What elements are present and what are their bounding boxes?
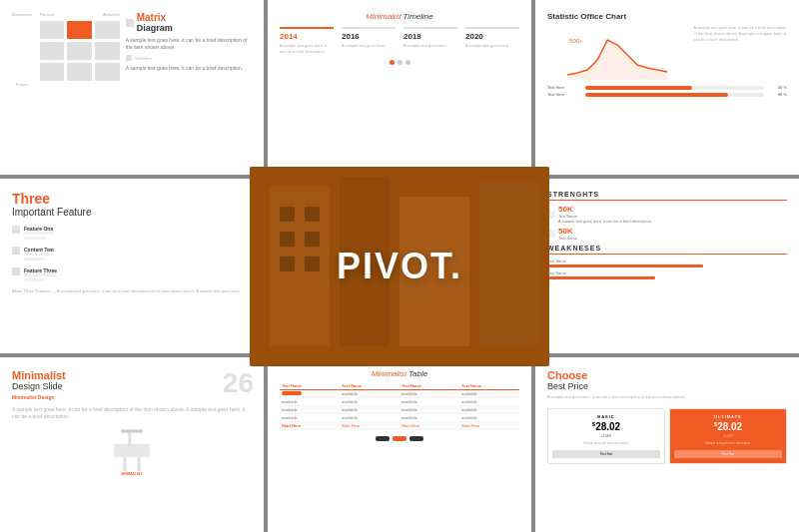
table-title-main: Table — [408, 369, 427, 378]
price-card-ultimate: ULTIMATE $28.02 +4.28% Sample text goes … — [669, 408, 787, 464]
matrix-cell — [40, 63, 65, 81]
table-row: available available available available — [280, 414, 519, 422]
three-title-sub: Important Feature — [12, 207, 91, 218]
feature-icon-3 — [12, 267, 20, 275]
col-header-2: Text Name — [340, 382, 400, 390]
svg-rect-3 — [123, 457, 126, 471]
feature-content-3: Feature Three — [24, 267, 57, 283]
presentation-grid: Awareness Future Planned Achieved — [0, 0, 799, 532]
feature-title-2: Content Two — [24, 247, 54, 253]
cell: available — [400, 414, 459, 422]
bar-fill-2 — [585, 93, 728, 97]
cell: Start Here — [340, 422, 400, 430]
matrix-cell — [67, 42, 92, 60]
cell: available — [280, 414, 340, 422]
matrix-cell — [95, 63, 120, 81]
design-mini-label: Minimalist Design — [12, 394, 252, 400]
weakness-label-1: Text Name — [547, 259, 787, 264]
feature-content-1: Feature One — [24, 226, 53, 242]
cell: Start Here — [400, 422, 459, 430]
table-dots — [280, 436, 519, 441]
slide-matrix: Awareness Future Planned Achieved — [0, 0, 264, 175]
feature-icon-1 — [12, 226, 20, 234]
col-header-4: Text Name — [459, 382, 519, 390]
matrix-cell — [95, 42, 120, 60]
strengths-title: STRENGHTS — [547, 191, 787, 201]
matrix-cell — [40, 42, 65, 60]
table-row: available available available available — [280, 406, 519, 414]
year-2016: 2016 A sample text goes here. — [342, 27, 396, 54]
year-label-2016: 2016 — [342, 32, 396, 41]
bar-track-1 — [585, 86, 764, 90]
matrix-label2: Diagram — [137, 23, 173, 33]
table-row: available available available available — [280, 398, 519, 406]
stat-title: Statistic Office Chart — [547, 12, 787, 21]
year-text-2018: A sample text goes here. — [403, 43, 457, 49]
weakness-item-1: Text Name — [547, 259, 787, 267]
feature-item-3: Feature Three — [12, 267, 252, 283]
strength-content-1: 50K Text Name A sample text goes here. i… — [558, 205, 652, 224]
feature-list: Feature One Content Two Feature Three — [12, 226, 252, 283]
price-card-basic: BASIC $28.02 +4.28% Sample text goes her… — [547, 408, 665, 464]
cell: available — [459, 390, 519, 398]
weakness-item-2: Text Name — [547, 270, 787, 279]
price-sub-ultimate: +4.28% — [674, 434, 782, 438]
slide-swot: STRENGHTS 50K Text Name A sample text go… — [535, 179, 799, 353]
timeline-dots — [280, 60, 519, 65]
cell: available — [400, 406, 459, 414]
bar-track-2 — [585, 93, 764, 97]
cell: available — [459, 406, 519, 414]
matrix-cell — [95, 21, 120, 39]
svg-rect-7 — [121, 430, 142, 433]
price-amount-basic: $28.02 — [552, 421, 660, 432]
price-amount-ultimate: $28.02 — [674, 421, 782, 432]
price-features-ultimate: Sample text goes here description. — [674, 442, 782, 446]
year-text-2016: A sample text goes here. — [342, 43, 396, 49]
matrix-desc2: A sample text goes here. it can be a bri… — [126, 65, 252, 72]
year-text-2020: A sample text goes here. — [465, 43, 519, 49]
matrix-cell — [67, 63, 92, 81]
svg-rect-5 — [114, 444, 150, 457]
price-features-basic: Sample text goes here description. — [552, 442, 660, 446]
feature-title-3: Feature Three — [24, 267, 57, 273]
svg-text:500+: 500+ — [569, 38, 583, 44]
bar-row-2: Text Here 80 % — [547, 92, 787, 97]
feature-line-1a — [24, 232, 53, 235]
weakness-label-2: Text Name — [547, 270, 787, 275]
matrix-cell-orange — [67, 21, 92, 39]
cell: available — [459, 414, 519, 422]
design-number: 26 — [223, 367, 254, 399]
feature-line-3a — [24, 273, 57, 276]
chair-illustration: MINIMALIST — [102, 426, 162, 476]
cell: available — [280, 398, 340, 406]
cell: available — [340, 398, 400, 406]
price-title-sub: Best Price — [547, 381, 588, 391]
price-cards: BASIC $28.02 +4.28% Sample text goes her… — [547, 408, 787, 464]
feature-line-2b — [24, 258, 45, 261]
strength-content-2: 50K Text Name — [558, 227, 577, 241]
stat-bars: Text Here 40 % Text Here 80 % — [547, 85, 787, 97]
cell: available — [340, 406, 400, 414]
year-label-2014: 2014 — [280, 32, 334, 41]
table-row-footer: Start Here Start Here Start Here Start H… — [280, 422, 519, 430]
col-header-1: Text Name — [280, 382, 340, 390]
strength-number-1: 50K — [558, 205, 652, 214]
price-tier-ultimate: ULTIMATE — [674, 414, 782, 419]
svg-marker-0 — [567, 40, 667, 80]
svg-rect-4 — [138, 457, 141, 471]
price-tier-basic: BASIC — [552, 414, 660, 419]
price-desc: A sample text goes here. it can be a bri… — [547, 394, 787, 400]
cell — [280, 390, 340, 398]
feature-line-1b — [24, 237, 47, 240]
weaknesses-title: WEAKNESES — [547, 245, 787, 255]
strength-item-1: 50K Text Name A sample text goes here. i… — [547, 205, 787, 224]
slide-timeline: Minimalist Timeline 2014 A sample text g… — [268, 0, 531, 175]
strength-desc-1: A sample text goes here. it can be a bri… — [558, 219, 652, 224]
feature-line-3b — [24, 278, 44, 281]
cell: available — [400, 390, 459, 398]
matrix-desc1: A sample text goes here. it can be a bri… — [126, 37, 252, 51]
price-btn-basic[interactable]: Text Text — [552, 450, 660, 458]
matrix-cell — [40, 21, 65, 39]
price-btn-ultimate[interactable]: Text Text — [674, 450, 782, 458]
bar-pct-1: 40 % — [767, 85, 787, 90]
